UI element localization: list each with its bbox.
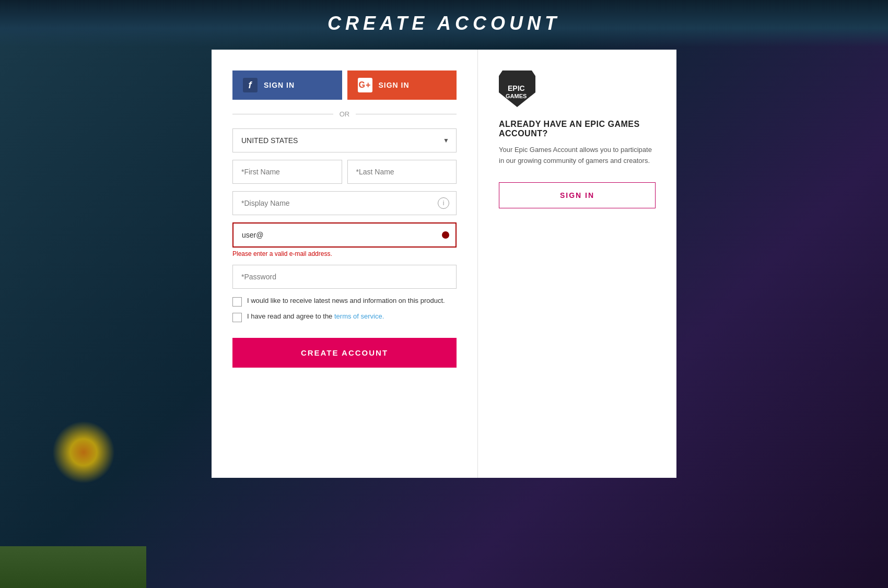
- email-wrapper: [232, 222, 457, 248]
- epic-shield-icon: EPIC GAMES: [499, 70, 535, 107]
- newsletter-checkbox-group: I would like to receive latest news and …: [232, 296, 457, 307]
- ground-decoration: [0, 546, 146, 588]
- display-name-group: i: [232, 191, 457, 215]
- password-group: [232, 265, 457, 289]
- modal-container: f SIGN IN G+ SIGN IN OR UNITED STATES UN…: [212, 50, 676, 478]
- google-icon: G+: [358, 78, 372, 92]
- country-select-wrapper: UNITED STATES UNITED KINGDOM CANADA AUST…: [232, 128, 457, 152]
- epic-games-panel: EPIC GAMES ALREADY HAVE AN EPIC GAMES AC…: [478, 50, 676, 478]
- display-name-wrapper: i: [232, 191, 457, 215]
- password-field[interactable]: [232, 265, 457, 289]
- email-error-message: Please enter a valid e-mail address.: [232, 250, 457, 257]
- page-header: CREATE ACCOUNT: [0, 0, 888, 47]
- svg-text:EPIC: EPIC: [508, 84, 525, 92]
- or-divider: OR: [232, 110, 457, 118]
- facebook-signin-label: SIGN IN: [264, 81, 295, 89]
- email-error-dot: [442, 231, 449, 239]
- first-name-field[interactable]: [232, 160, 342, 184]
- create-account-button[interactable]: CREATE ACCOUNT: [232, 338, 457, 368]
- country-group: UNITED STATES UNITED KINGDOM CANADA AUST…: [232, 128, 457, 152]
- country-select[interactable]: UNITED STATES UNITED KINGDOM CANADA AUST…: [232, 128, 457, 152]
- already-have-account-description: Your Epic Games Account allows you to pa…: [499, 145, 656, 167]
- display-name-field[interactable]: [232, 191, 457, 215]
- epic-logo-svg: EPIC GAMES: [505, 76, 530, 101]
- facebook-icon: f: [243, 78, 258, 92]
- newsletter-checkbox[interactable]: [232, 297, 242, 307]
- epic-signin-button[interactable]: SIGN IN: [499, 182, 656, 208]
- explosion-decoration: [52, 421, 115, 484]
- name-row: [232, 160, 457, 184]
- svg-text:GAMES: GAMES: [506, 93, 527, 99]
- email-field[interactable]: [232, 222, 457, 248]
- registration-panel: f SIGN IN G+ SIGN IN OR UNITED STATES UN…: [212, 50, 478, 478]
- terms-checkbox[interactable]: [232, 313, 242, 322]
- display-name-info-icon[interactable]: i: [438, 197, 449, 209]
- or-label: OR: [340, 110, 350, 118]
- newsletter-label: I would like to receive latest news and …: [247, 296, 445, 305]
- page-title: CREATE ACCOUNT: [328, 13, 560, 34]
- already-have-account-title: ALREADY HAVE AN EPIC GAMES ACCOUNT?: [499, 120, 656, 138]
- terms-label: I have read and agree to the terms of se…: [247, 312, 384, 321]
- facebook-signin-button[interactable]: f SIGN IN: [232, 70, 342, 100]
- google-signin-button[interactable]: G+ SIGN IN: [347, 70, 457, 100]
- epic-games-logo: EPIC GAMES: [499, 70, 535, 107]
- terms-checkbox-group: I have read and agree to the terms of se…: [232, 312, 457, 322]
- social-buttons-row: f SIGN IN G+ SIGN IN: [232, 70, 457, 100]
- terms-of-service-link[interactable]: terms of service.: [334, 312, 384, 320]
- last-name-field[interactable]: [347, 160, 457, 184]
- email-group: Please enter a valid e-mail address.: [232, 222, 457, 257]
- google-signin-label: SIGN IN: [379, 81, 410, 89]
